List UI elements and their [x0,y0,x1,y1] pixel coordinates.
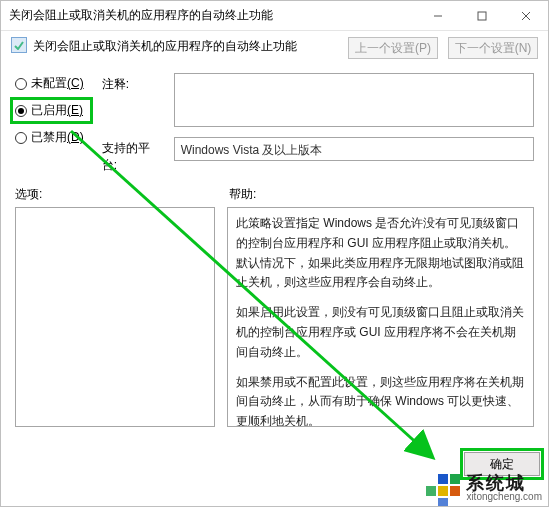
radio-icon [15,78,27,90]
help-label: 帮助: [229,186,256,203]
help-paragraph: 如果启用此设置，则没有可见顶级窗口且阻止或取消关机的控制台应用程序或 GUI 应… [236,303,525,362]
watermark-title: 系统城 [466,474,542,492]
state-radio-group: 未配置(C) 已启用(E) 已禁用(D) [15,73,84,174]
window-controls [416,1,548,30]
minimize-button[interactable] [416,1,460,30]
radio-not-configured[interactable]: 未配置(C) [15,75,84,92]
svg-rect-1 [478,12,486,20]
options-pane [15,207,215,427]
maximize-button[interactable] [460,1,504,30]
policy-caption: 关闭会阻止或取消关机的应用程序的自动终止功能 [33,37,348,55]
highlight-enabled-radio: 已启用(E) [10,97,93,124]
comment-textarea[interactable] [174,73,534,127]
radio-disabled[interactable]: 已禁用(D) [15,129,84,146]
ok-button[interactable]: 确定 [464,452,540,476]
radio-enabled[interactable]: 已启用(E) [15,102,84,119]
dialog-footer: 确定 [464,452,540,476]
platform-label: 支持的平台: [102,137,164,174]
title-bar: 关闭会阻止或取消关机的应用程序的自动终止功能 [1,1,548,31]
watermark-logo-icon [432,474,460,502]
help-pane: 此策略设置指定 Windows 是否允许没有可见顶级窗口的控制台应用程序和 GU… [227,207,534,427]
next-setting-button[interactable]: 下一个设置(N) [448,37,538,59]
watermark-url: xitongcheng.com [466,492,542,502]
radio-icon [15,132,27,144]
help-paragraph: 此策略设置指定 Windows 是否允许没有可见顶级窗口的控制台应用程序和 GU… [236,214,525,293]
previous-setting-button[interactable]: 上一个设置(P) [348,37,438,59]
policy-header: 关闭会阻止或取消关机的应用程序的自动终止功能 上一个设置(P) 下一个设置(N) [1,31,548,69]
options-label: 选项: [15,186,215,203]
config-area: 未配置(C) 已启用(E) 已禁用(D) 注释: 支持的平台: Windows … [1,69,548,174]
window-title: 关闭会阻止或取消关机的应用程序的自动终止功能 [9,7,416,24]
close-button[interactable] [504,1,548,30]
comment-label: 注释: [102,73,164,93]
policy-icon [11,37,27,53]
supported-platform-field: Windows Vista 及以上版本 [174,137,534,161]
watermark: 系统城 xitongcheng.com [432,474,542,502]
help-paragraph: 如果禁用或不配置此设置，则这些应用程序将在关机期间自动终止，从而有助于确保 Wi… [236,373,525,427]
radio-icon [15,105,27,117]
